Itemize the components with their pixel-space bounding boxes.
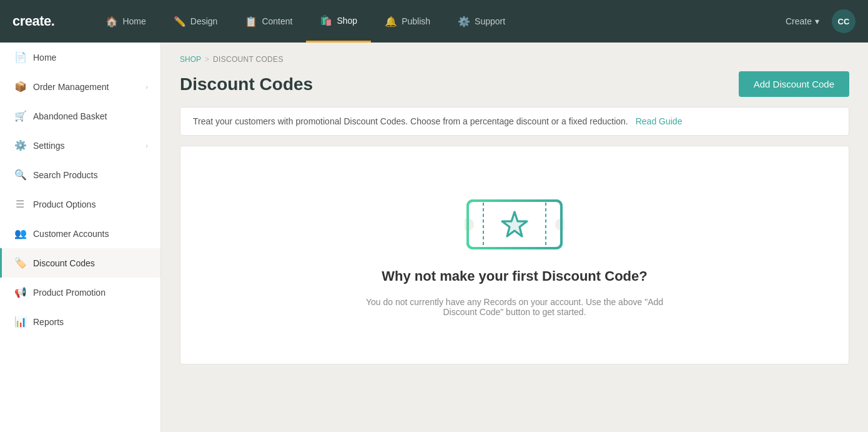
nav-support-label: Support: [475, 16, 505, 26]
sidebar-abandoned-basket-label: Abandoned Basket: [33, 111, 107, 121]
sidebar-search-products-label: Search Products: [33, 170, 98, 180]
avatar[interactable]: CC: [832, 9, 856, 33]
read-guide-link[interactable]: Read Guide: [636, 116, 683, 126]
ticket-icon: [465, 193, 565, 256]
nav-publish[interactable]: 🔔 Publish: [371, 0, 444, 43]
sidebar-item-order-management[interactable]: 📦 Order Management ›: [0, 72, 160, 101]
settings-chevron-icon: ›: [145, 142, 148, 149]
empty-heading: Why not make your first Discount Code?: [382, 268, 647, 284]
sidebar-item-customer-accounts[interactable]: 👥 Customer Accounts: [0, 219, 160, 248]
sidebar-item-abandoned-basket[interactable]: 🛒 Abandoned Basket: [0, 101, 160, 131]
sidebar-home-label: Home: [33, 53, 56, 63]
nav-support[interactable]: ⚙️ Support: [444, 0, 519, 43]
sidebar-item-discount-codes[interactable]: 🏷️ Discount Codes: [0, 248, 160, 278]
nav-links: 🏠 Home ✏️ Design 📋 Content 🛍️ Shop 🔔 Pub…: [92, 0, 779, 43]
add-discount-code-button[interactable]: Add Discount Code: [739, 71, 849, 97]
create-chevron-icon: ▾: [815, 16, 819, 26]
settings-icon: ⚙️: [14, 139, 26, 151]
product-options-icon: ☰: [14, 198, 26, 210]
sidebar-item-product-options[interactable]: ☰ Product Options: [0, 189, 160, 219]
avatar-initials: CC: [838, 17, 850, 26]
layout: 📄 Home 📦 Order Management › 🛒 Abandoned …: [0, 43, 868, 432]
nav-design[interactable]: ✏️ Design: [160, 0, 232, 43]
home-sidebar-icon: 📄: [14, 51, 26, 63]
sidebar-discount-codes-label: Discount Codes: [33, 258, 95, 268]
discount-codes-icon: 🏷️: [14, 257, 26, 269]
svg-marker-7: [502, 212, 527, 236]
order-management-icon: 📦: [14, 81, 26, 93]
sidebar-item-reports[interactable]: 📊 Reports: [0, 307, 160, 336]
nav-right: Create ▾ CC: [779, 9, 856, 33]
abandoned-basket-icon: 🛒: [14, 110, 26, 122]
support-icon: ⚙️: [458, 16, 470, 28]
order-management-chevron-icon: ›: [145, 83, 148, 91]
nav-design-label: Design: [190, 16, 218, 26]
empty-state-card: Why not make your first Discount Code? Y…: [180, 146, 849, 364]
reports-icon: 📊: [14, 316, 26, 328]
nav-shop[interactable]: 🛍️ Shop: [306, 0, 371, 43]
design-icon: ✏️: [174, 16, 186, 28]
nav-content-label: Content: [262, 16, 292, 26]
sidebar-order-management-label: Order Management: [33, 82, 109, 92]
sidebar-product-options-label: Product Options: [33, 199, 96, 209]
sidebar-item-product-promotion[interactable]: 📢 Product Promotion: [0, 278, 160, 307]
empty-body: You do not currently have any Records on…: [352, 297, 677, 317]
sidebar-item-settings[interactable]: ⚙️ Settings ›: [0, 131, 160, 160]
sidebar-settings-label: Settings: [33, 141, 65, 151]
breadcrumb-current: DISCOUNT CODES: [213, 55, 284, 64]
sidebar-item-home[interactable]: 📄 Home: [0, 43, 160, 72]
info-text: Treat your customers with promotional Di…: [193, 116, 628, 126]
info-bar: Treat your customers with promotional Di…: [180, 107, 849, 136]
sidebar-item-search-products[interactable]: 🔍 Search Products: [0, 160, 160, 189]
sidebar-customer-accounts-label: Customer Accounts: [33, 229, 109, 239]
sidebar-reports-label: Reports: [33, 317, 64, 327]
svg-point-2: [555, 218, 565, 231]
nav-home[interactable]: 🏠 Home: [92, 0, 159, 43]
breadcrumb-separator: >: [205, 55, 209, 64]
create-label: Create: [786, 16, 812, 26]
logo-text: create.: [12, 13, 54, 29]
product-promotion-icon: 📢: [14, 286, 26, 298]
logo[interactable]: create.: [12, 13, 54, 29]
nav-home-label: Home: [122, 16, 145, 26]
customer-accounts-icon: 👥: [14, 228, 26, 239]
page-header: Discount Codes Add Discount Code: [180, 71, 849, 97]
publish-icon: 🔔: [385, 16, 397, 28]
content-icon: 📋: [245, 16, 257, 28]
topnav: create. 🏠 Home ✏️ Design 📋 Content 🛍️ Sh…: [0, 0, 868, 43]
nav-shop-label: Shop: [337, 16, 357, 26]
shop-icon: 🛍️: [320, 14, 332, 26]
sidebar-product-promotion-label: Product Promotion: [33, 288, 106, 298]
nav-content[interactable]: 📋 Content: [231, 0, 306, 43]
sidebar: 📄 Home 📦 Order Management › 🛒 Abandoned …: [0, 43, 161, 432]
search-products-icon: 🔍: [14, 169, 26, 181]
main-content: SHOP > DISCOUNT CODES Discount Codes Add…: [161, 43, 868, 432]
breadcrumb: SHOP > DISCOUNT CODES: [180, 55, 849, 64]
create-dropdown[interactable]: Create ▾: [779, 16, 826, 26]
breadcrumb-shop-link[interactable]: SHOP: [180, 55, 201, 64]
home-icon: 🏠: [106, 16, 118, 28]
page-title: Discount Codes: [180, 74, 313, 94]
nav-publish-label: Publish: [402, 16, 430, 26]
